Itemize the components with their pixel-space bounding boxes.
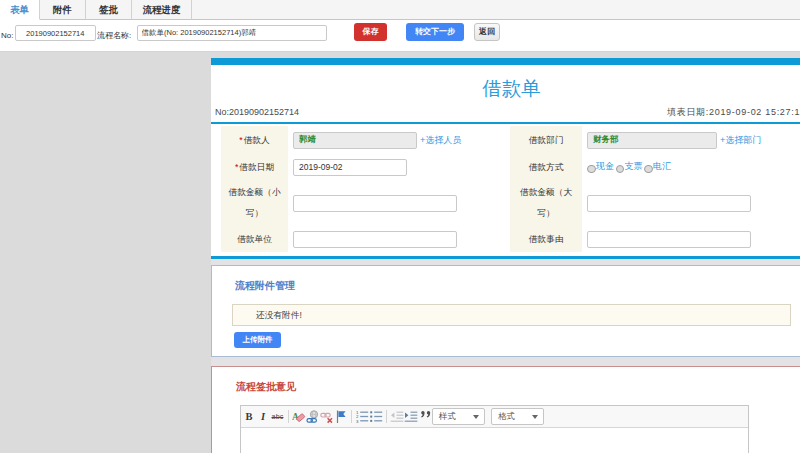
save-button[interactable]: 保存	[354, 23, 387, 41]
reason-input[interactable]	[587, 231, 751, 248]
combo-arrow-icon	[532, 415, 538, 419]
radio-wire-circle[interactable]	[644, 165, 653, 174]
numbered-list-icon[interactable]: 123	[355, 409, 369, 424]
form-no: No:20190902152714	[215, 105, 299, 120]
signature-section: 流程签批意见 B I abc A	[211, 366, 800, 453]
form-title: 借款单	[211, 65, 800, 99]
radio-cash[interactable]: 现金	[587, 161, 614, 174]
required-mark: *	[235, 162, 238, 172]
attachments-heading: 流程附件管理	[235, 280, 791, 291]
form-divider	[211, 122, 800, 124]
anchor-flag-icon[interactable]	[334, 409, 348, 424]
form-field-cell: +选择人员	[288, 126, 510, 154]
date-input[interactable]	[293, 159, 407, 176]
method-label: 借款方式	[510, 154, 582, 180]
upload-attachment-button[interactable]: 上传附件	[234, 332, 281, 348]
attachments-empty-message: 还没有附件!	[232, 304, 791, 326]
form-meta-row: No:20190902152714 填表日期:2019-09-02 15:27:…	[211, 105, 800, 120]
form-row-4: 借款单位 借款事由	[221, 226, 800, 252]
unit-label: 借款单位	[221, 226, 288, 252]
remove-format-icon[interactable]: A	[292, 409, 306, 424]
form-row-2: *借款日期 借款方式 现金	[221, 154, 800, 180]
form-panel: 借款单 No:20190902152714 填表日期:2019-09-02 15…	[211, 58, 800, 453]
bulleted-list-icon[interactable]	[369, 409, 383, 424]
tab-form[interactable]: 表单	[0, 0, 40, 20]
process-name-label: 流程名称:	[97, 29, 131, 43]
form-row-1: *借款人 +选择人员 借款部门 +选择部门	[221, 126, 800, 154]
department-input[interactable]	[587, 132, 717, 149]
unlink-icon[interactable]	[320, 409, 334, 424]
amount-upper-label: 借款金额（大写）	[510, 180, 582, 226]
no-label: No:	[1, 29, 13, 43]
indent-icon[interactable]	[404, 409, 418, 424]
tab-progress[interactable]: 流程进度	[132, 0, 192, 20]
radio-wire[interactable]: 电汇	[644, 161, 671, 174]
radio-cheque[interactable]: 支票	[616, 161, 643, 174]
italic-icon[interactable]: I	[256, 409, 270, 424]
format-combo[interactable]: 格式	[491, 408, 544, 425]
borrower-input[interactable]	[293, 132, 417, 149]
date-label: *借款日期	[221, 154, 288, 180]
form-date: 填表日期:2019-09-02 15:27:15	[667, 105, 800, 120]
form-section: 借款单 No:20190902152714 填表日期:2019-09-02 15…	[211, 58, 800, 259]
method-radios: 现金 支票 电汇	[587, 161, 673, 174]
required-mark: *	[239, 135, 242, 145]
workspace: 借款单 No:20190902152714 填表日期:2019-09-02 15…	[0, 52, 800, 453]
form-field-cell	[288, 154, 510, 180]
form-table: *借款人 +选择人员 借款部门 +选择部门	[221, 126, 800, 256]
tab-bar: 表单 附件 签批 流程进度	[0, 0, 800, 20]
borrower-label: *借款人	[221, 126, 288, 154]
toolbar-separator	[288, 410, 289, 423]
form-field-cell: 现金 支票 电汇	[582, 154, 800, 180]
form-field-cell	[582, 180, 800, 226]
editor-content-area[interactable]	[241, 428, 748, 453]
form-field-cell	[288, 226, 510, 252]
process-name-input[interactable]	[137, 25, 328, 41]
styles-combo[interactable]: 样式	[432, 408, 485, 425]
svg-text:3: 3	[356, 419, 359, 423]
back-button[interactable]: 返回	[474, 23, 500, 41]
combo-arrow-icon	[473, 415, 479, 419]
form-field-cell: +选择部门	[582, 126, 800, 154]
radio-cash-circle[interactable]	[587, 165, 596, 174]
app-screen: 表单 附件 签批 流程进度 No: 流程名称: 保存 转交下一步 返回 借款单 …	[0, 0, 800, 453]
no-input[interactable]	[15, 25, 97, 41]
toolbar-separator	[351, 410, 352, 423]
editor-toolbar: B I abc A	[241, 406, 748, 428]
department-label: 借款部门	[510, 126, 582, 154]
signature-heading: 流程签批意见	[236, 381, 800, 392]
reason-label: 借款事由	[510, 226, 582, 252]
radio-cheque-circle[interactable]	[616, 165, 625, 174]
tab-approval[interactable]: 签批	[86, 0, 132, 20]
attachments-section: 流程附件管理 还没有附件! 上传附件	[211, 265, 800, 357]
toolbar: No: 流程名称: 保存 转交下一步 返回	[0, 20, 800, 52]
select-department-link[interactable]: +选择部门	[720, 134, 761, 147]
link-icon[interactable]	[306, 409, 320, 424]
form-row-3: 借款金额（小写） 借款金额（大写）	[221, 180, 800, 226]
strikethrough-icon[interactable]: abc	[270, 409, 285, 424]
tab-bar-filler	[192, 0, 800, 20]
bold-icon[interactable]: B	[242, 409, 256, 424]
form-field-cell	[582, 226, 800, 252]
rich-text-editor: B I abc A	[240, 405, 749, 453]
amount-lower-label: 借款金额（小写）	[221, 180, 288, 226]
blockquote-icon[interactable]	[418, 409, 432, 424]
next-step-button[interactable]: 转交下一步	[406, 23, 464, 41]
amount-lower-input[interactable]	[293, 195, 457, 212]
amount-upper-input[interactable]	[587, 195, 751, 212]
tab-attachments[interactable]: 附件	[40, 0, 86, 20]
unit-input[interactable]	[293, 231, 457, 248]
outdent-icon[interactable]	[390, 409, 404, 424]
form-field-cell	[288, 180, 510, 226]
toolbar-separator	[386, 410, 387, 423]
select-person-link[interactable]: +选择人员	[420, 134, 461, 147]
